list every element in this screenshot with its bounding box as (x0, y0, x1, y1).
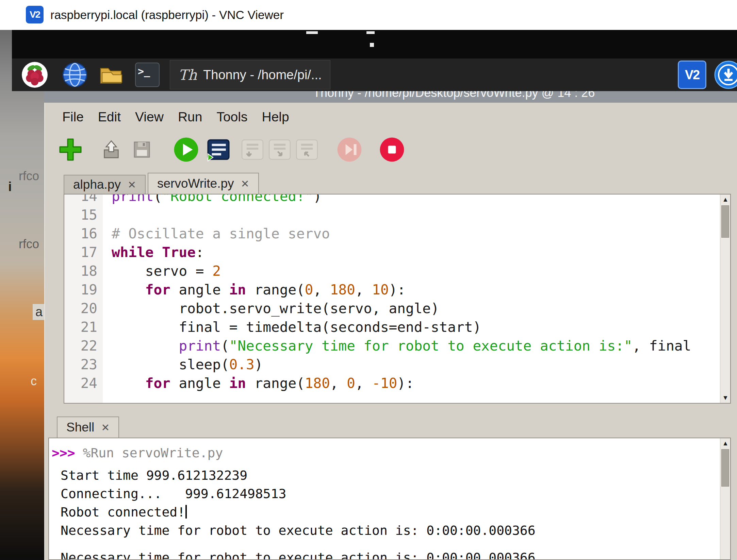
tab-shell[interactable]: Shell ✕ (57, 417, 119, 438)
menu-bar: FileEditViewRunToolsHelp (45, 106, 296, 128)
raspberry-menu-icon[interactable] (21, 62, 48, 88)
line-number: 17 (64, 243, 97, 262)
code-line: print("Necessary time for robot to execu… (112, 337, 720, 355)
shell-line: Connecting... 999.612498513 (52, 485, 720, 503)
terminal-icon[interactable]: >_ (135, 63, 160, 87)
tab-label: servoWrite.py (157, 176, 234, 191)
shell-output[interactable]: >>> %Run servoWrite.pyStart time 999.612… (49, 438, 720, 559)
thonny-icon: Th (178, 67, 197, 83)
code-line: servo = 2 (112, 262, 720, 281)
taskbar-thonny-label: Thonny - /home/pi/... (203, 68, 322, 82)
terminal-glyph: >_ (138, 65, 150, 77)
taskbar: >_ Th Thonny - /home/pi/... V2 (12, 58, 737, 91)
screen: V2 raspberrypi.local (raspberrypi) - VNC… (0, 0, 737, 560)
tab-servoWrite-py[interactable]: servoWrite.py✕ (148, 173, 259, 194)
open-file-button[interactable] (98, 136, 125, 163)
tab-close-icon[interactable]: ✕ (128, 179, 136, 191)
tab-label: alpha.py (73, 177, 121, 192)
menu-help[interactable]: Help (255, 109, 296, 124)
code-line: final = timedelta(seconds=end-start) (112, 318, 720, 337)
code-line: for angle in range(0, 180, 10): (112, 281, 720, 299)
code-line: # Oscillate a single servo (112, 224, 720, 243)
vnc-window-title: raspberrypi.local (raspberrypi) - VNC Vi… (50, 0, 284, 30)
code-line: robot.servo_write(servo, angle) (112, 299, 720, 318)
code-line: while True: (112, 243, 720, 262)
thonny-window-titlebar: Thonny - /home/pi/Desktop/servoWrite.py … (44, 91, 737, 103)
tab-alpha-py[interactable]: alpha.py✕ (64, 175, 146, 194)
shell-line: >>> %Run servoWrite.py (52, 444, 720, 462)
resume-button[interactable] (336, 136, 363, 163)
debug-script-button[interactable] (205, 136, 232, 163)
desktop-text-fragment: rfco (19, 237, 39, 251)
vnc-server-tray-icon[interactable]: V2 (678, 61, 706, 89)
toolbar (45, 131, 406, 168)
line-number: 20 (64, 299, 97, 318)
line-number-gutter: 1415161718192021222324 (64, 194, 103, 403)
editor-scrollbar-thumb[interactable] (721, 205, 729, 238)
desktop-text-fragment: a (33, 304, 45, 320)
text-cursor (185, 505, 187, 519)
shell-tabbar: Shell ✕ (45, 417, 121, 438)
window-remnant-mark (370, 43, 374, 47)
desktop-text-fragment: c (31, 374, 37, 388)
code-line: sleep(0.3) (112, 355, 720, 374)
thonny-window-title-text: Thonny - /home/pi/Desktop/servoWrite.py … (313, 91, 737, 100)
code-area[interactable]: print("Robot connected!") # Oscillate a … (103, 194, 720, 403)
code-line (112, 206, 720, 224)
line-number: 16 (64, 224, 97, 243)
line-number: 21 (64, 318, 97, 337)
editor-scrollbar[interactable]: ▲ ▼ (720, 194, 730, 403)
vnc-viewer-titlebar: V2 raspberrypi.local (raspberrypi) - VNC… (0, 0, 737, 30)
tab-close-icon[interactable]: ✕ (241, 178, 249, 190)
taskbar-thonny-window-button[interactable]: Th Thonny - /home/pi/... (170, 60, 330, 89)
step-over-button[interactable] (239, 136, 266, 163)
editor-tabbar: alpha.py✕servoWrite.py✕ (45, 173, 261, 194)
line-number: 18 (64, 262, 97, 281)
shell-scrollbar[interactable]: ▲ (720, 438, 730, 559)
tab-close-icon[interactable]: ✕ (101, 422, 110, 434)
thonny-window: FileEditViewRunToolsHelp (44, 103, 737, 560)
new-file-button[interactable] (57, 136, 84, 163)
code-line: for angle in range(180, 0, -10): (112, 374, 720, 393)
run-script-button[interactable] (173, 136, 200, 163)
code-editor[interactable]: 1415161718192021222324 print("Robot conn… (64, 194, 731, 404)
shell-line: Start time 999.612132239 (52, 466, 720, 485)
stop-button[interactable] (378, 136, 406, 163)
scroll-up-arrow-icon[interactable]: ▲ (720, 194, 731, 205)
window-remnant-mark (306, 31, 318, 34)
background-strip (12, 30, 737, 58)
scroll-down-arrow-icon[interactable]: ▼ (720, 393, 731, 403)
line-number: 14 (64, 194, 97, 206)
scroll-up-arrow-icon[interactable]: ▲ (720, 438, 731, 448)
line-number: 22 (64, 337, 97, 355)
step-into-button[interactable] (266, 136, 293, 163)
line-number: 24 (64, 374, 97, 393)
menu-run[interactable]: Run (171, 109, 210, 124)
window-remnant-mark (366, 31, 375, 34)
web-browser-icon[interactable] (62, 62, 88, 88)
shell-line: Necessary time for robot to execute acti… (52, 548, 720, 559)
save-file-button[interactable] (128, 136, 155, 163)
line-number: 23 (64, 355, 97, 374)
shell-panel[interactable]: >>> %Run servoWrite.pyStart time 999.612… (48, 438, 731, 560)
vnc-logo-icon: V2 (26, 6, 44, 23)
menu-view[interactable]: View (128, 109, 171, 124)
line-number: 19 (64, 281, 97, 299)
taskbar-tray: V2 (678, 58, 737, 91)
file-manager-icon[interactable] (98, 62, 125, 88)
updater-tray-icon[interactable] (714, 60, 737, 89)
tab-label: Shell (66, 420, 94, 435)
line-number: 15 (64, 206, 97, 224)
desktop-text-fragment: rfco (19, 169, 39, 183)
step-out-button[interactable] (293, 136, 321, 163)
shell-line: Necessary time for robot to execute acti… (52, 521, 720, 540)
menu-file[interactable]: File (55, 109, 91, 124)
code-line: print("Robot connected!") (112, 194, 720, 206)
menu-tools[interactable]: Tools (209, 109, 255, 124)
shell-scrollbar-thumb[interactable] (721, 449, 729, 487)
shell-line: Robot connected! (52, 503, 720, 521)
desktop-text-fragment: i (8, 180, 12, 194)
menu-edit[interactable]: Edit (91, 109, 128, 124)
